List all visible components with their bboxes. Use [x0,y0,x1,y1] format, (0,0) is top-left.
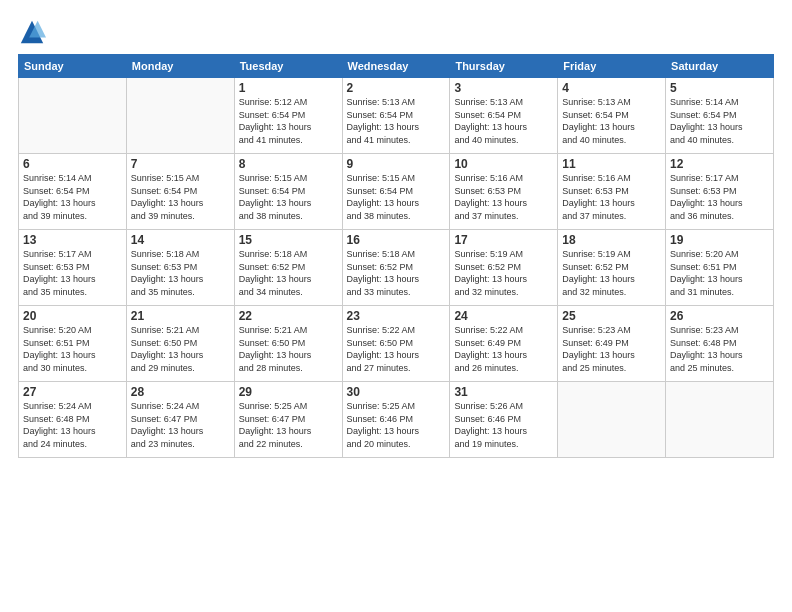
day-info: Sunrise: 5:18 AM Sunset: 6:52 PM Dayligh… [347,248,446,298]
day-number: 27 [23,385,122,399]
day-info: Sunrise: 5:17 AM Sunset: 6:53 PM Dayligh… [670,172,769,222]
calendar-cell: 8Sunrise: 5:15 AM Sunset: 6:54 PM Daylig… [234,154,342,230]
day-number: 18 [562,233,661,247]
day-number: 3 [454,81,553,95]
calendar-cell: 20Sunrise: 5:20 AM Sunset: 6:51 PM Dayli… [19,306,127,382]
day-number: 16 [347,233,446,247]
header-thursday: Thursday [450,55,558,78]
day-number: 7 [131,157,230,171]
day-number: 31 [454,385,553,399]
calendar-cell: 21Sunrise: 5:21 AM Sunset: 6:50 PM Dayli… [126,306,234,382]
day-info: Sunrise: 5:24 AM Sunset: 6:47 PM Dayligh… [131,400,230,450]
day-number: 10 [454,157,553,171]
calendar-cell: 6Sunrise: 5:14 AM Sunset: 6:54 PM Daylig… [19,154,127,230]
day-info: Sunrise: 5:17 AM Sunset: 6:53 PM Dayligh… [23,248,122,298]
day-info: Sunrise: 5:12 AM Sunset: 6:54 PM Dayligh… [239,96,338,146]
day-number: 17 [454,233,553,247]
day-number: 15 [239,233,338,247]
calendar-cell: 11Sunrise: 5:16 AM Sunset: 6:53 PM Dayli… [558,154,666,230]
calendar-cell: 4Sunrise: 5:13 AM Sunset: 6:54 PM Daylig… [558,78,666,154]
day-number: 14 [131,233,230,247]
day-info: Sunrise: 5:18 AM Sunset: 6:52 PM Dayligh… [239,248,338,298]
day-number: 30 [347,385,446,399]
day-number: 22 [239,309,338,323]
calendar-cell: 9Sunrise: 5:15 AM Sunset: 6:54 PM Daylig… [342,154,450,230]
header-saturday: Saturday [666,55,774,78]
day-info: Sunrise: 5:14 AM Sunset: 6:54 PM Dayligh… [670,96,769,146]
calendar-cell: 5Sunrise: 5:14 AM Sunset: 6:54 PM Daylig… [666,78,774,154]
day-number: 2 [347,81,446,95]
day-number: 6 [23,157,122,171]
calendar-cell [19,78,127,154]
header [18,18,774,46]
day-info: Sunrise: 5:22 AM Sunset: 6:50 PM Dayligh… [347,324,446,374]
calendar-cell: 24Sunrise: 5:22 AM Sunset: 6:49 PM Dayli… [450,306,558,382]
calendar-cell: 23Sunrise: 5:22 AM Sunset: 6:50 PM Dayli… [342,306,450,382]
day-info: Sunrise: 5:21 AM Sunset: 6:50 PM Dayligh… [239,324,338,374]
calendar-cell: 31Sunrise: 5:26 AM Sunset: 6:46 PM Dayli… [450,382,558,458]
day-info: Sunrise: 5:20 AM Sunset: 6:51 PM Dayligh… [23,324,122,374]
page: SundayMondayTuesdayWednesdayThursdayFrid… [0,0,792,612]
calendar-cell: 14Sunrise: 5:18 AM Sunset: 6:53 PM Dayli… [126,230,234,306]
day-number: 12 [670,157,769,171]
calendar-cell: 26Sunrise: 5:23 AM Sunset: 6:48 PM Dayli… [666,306,774,382]
calendar-cell [126,78,234,154]
calendar-cell [558,382,666,458]
day-number: 1 [239,81,338,95]
day-number: 5 [670,81,769,95]
day-info: Sunrise: 5:18 AM Sunset: 6:53 PM Dayligh… [131,248,230,298]
day-info: Sunrise: 5:19 AM Sunset: 6:52 PM Dayligh… [454,248,553,298]
week-row-5: 27Sunrise: 5:24 AM Sunset: 6:48 PM Dayli… [19,382,774,458]
calendar-cell: 18Sunrise: 5:19 AM Sunset: 6:52 PM Dayli… [558,230,666,306]
week-row-2: 6Sunrise: 5:14 AM Sunset: 6:54 PM Daylig… [19,154,774,230]
day-info: Sunrise: 5:24 AM Sunset: 6:48 PM Dayligh… [23,400,122,450]
calendar-cell: 29Sunrise: 5:25 AM Sunset: 6:47 PM Dayli… [234,382,342,458]
day-info: Sunrise: 5:15 AM Sunset: 6:54 PM Dayligh… [131,172,230,222]
calendar-cell: 27Sunrise: 5:24 AM Sunset: 6:48 PM Dayli… [19,382,127,458]
day-info: Sunrise: 5:21 AM Sunset: 6:50 PM Dayligh… [131,324,230,374]
calendar-cell: 19Sunrise: 5:20 AM Sunset: 6:51 PM Dayli… [666,230,774,306]
day-number: 20 [23,309,122,323]
calendar-cell: 16Sunrise: 5:18 AM Sunset: 6:52 PM Dayli… [342,230,450,306]
day-number: 26 [670,309,769,323]
calendar-cell: 22Sunrise: 5:21 AM Sunset: 6:50 PM Dayli… [234,306,342,382]
week-row-1: 1Sunrise: 5:12 AM Sunset: 6:54 PM Daylig… [19,78,774,154]
day-info: Sunrise: 5:15 AM Sunset: 6:54 PM Dayligh… [347,172,446,222]
day-number: 4 [562,81,661,95]
calendar-cell: 12Sunrise: 5:17 AM Sunset: 6:53 PM Dayli… [666,154,774,230]
day-info: Sunrise: 5:26 AM Sunset: 6:46 PM Dayligh… [454,400,553,450]
day-number: 19 [670,233,769,247]
day-number: 25 [562,309,661,323]
day-info: Sunrise: 5:25 AM Sunset: 6:46 PM Dayligh… [347,400,446,450]
day-info: Sunrise: 5:25 AM Sunset: 6:47 PM Dayligh… [239,400,338,450]
day-info: Sunrise: 5:22 AM Sunset: 6:49 PM Dayligh… [454,324,553,374]
calendar-cell [666,382,774,458]
day-info: Sunrise: 5:19 AM Sunset: 6:52 PM Dayligh… [562,248,661,298]
day-info: Sunrise: 5:13 AM Sunset: 6:54 PM Dayligh… [454,96,553,146]
calendar-cell: 15Sunrise: 5:18 AM Sunset: 6:52 PM Dayli… [234,230,342,306]
day-info: Sunrise: 5:20 AM Sunset: 6:51 PM Dayligh… [670,248,769,298]
day-info: Sunrise: 5:14 AM Sunset: 6:54 PM Dayligh… [23,172,122,222]
header-wednesday: Wednesday [342,55,450,78]
logo [18,18,50,46]
calendar-cell: 28Sunrise: 5:24 AM Sunset: 6:47 PM Dayli… [126,382,234,458]
header-sunday: Sunday [19,55,127,78]
calendar-cell: 2Sunrise: 5:13 AM Sunset: 6:54 PM Daylig… [342,78,450,154]
calendar-cell: 7Sunrise: 5:15 AM Sunset: 6:54 PM Daylig… [126,154,234,230]
day-number: 23 [347,309,446,323]
logo-icon [18,18,46,46]
day-info: Sunrise: 5:23 AM Sunset: 6:48 PM Dayligh… [670,324,769,374]
calendar-cell: 25Sunrise: 5:23 AM Sunset: 6:49 PM Dayli… [558,306,666,382]
calendar-cell: 1Sunrise: 5:12 AM Sunset: 6:54 PM Daylig… [234,78,342,154]
header-monday: Monday [126,55,234,78]
calendar: SundayMondayTuesdayWednesdayThursdayFrid… [18,54,774,458]
day-info: Sunrise: 5:13 AM Sunset: 6:54 PM Dayligh… [562,96,661,146]
day-number: 21 [131,309,230,323]
day-number: 8 [239,157,338,171]
calendar-header-row: SundayMondayTuesdayWednesdayThursdayFrid… [19,55,774,78]
calendar-cell: 10Sunrise: 5:16 AM Sunset: 6:53 PM Dayli… [450,154,558,230]
day-number: 28 [131,385,230,399]
calendar-cell: 3Sunrise: 5:13 AM Sunset: 6:54 PM Daylig… [450,78,558,154]
day-number: 13 [23,233,122,247]
day-info: Sunrise: 5:16 AM Sunset: 6:53 PM Dayligh… [562,172,661,222]
